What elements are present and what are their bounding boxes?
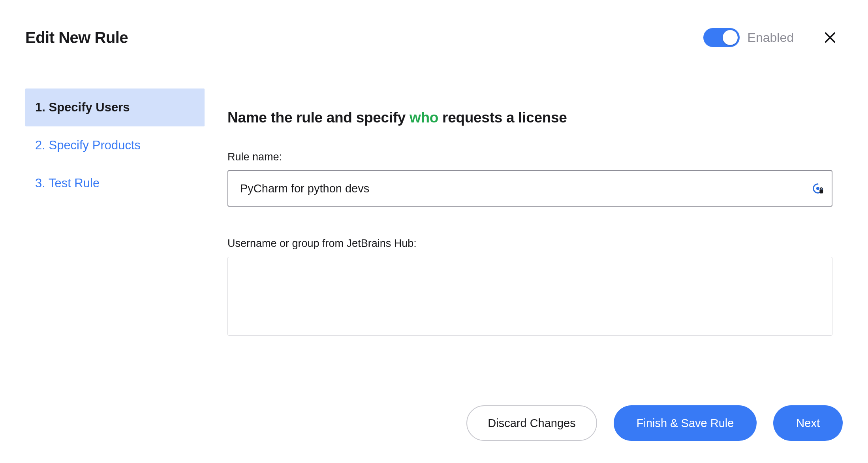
step-test-rule[interactable]: 3. Test Rule (25, 164, 205, 202)
main-content: Name the rule and specify who requests a… (207, 88, 843, 336)
step-label: 1. Specify Users (35, 100, 130, 115)
step-specify-users[interactable]: 1. Specify Users (25, 88, 205, 126)
rule-name-label: Rule name: (227, 151, 843, 163)
page-title: Edit New Rule (25, 29, 128, 47)
header-controls: Enabled (703, 28, 843, 47)
step-label: 3. Test Rule (35, 176, 100, 190)
users-input[interactable] (227, 257, 832, 336)
main-heading: Name the rule and specify who requests a… (227, 108, 843, 127)
enabled-toggle-row: Enabled (703, 28, 794, 47)
finish-save-button[interactable]: Finish & Save Rule (614, 405, 757, 441)
body: 1. Specify Users 2. Specify Products 3. … (25, 88, 843, 336)
heading-prefix: Name the rule and specify (227, 109, 410, 126)
header: Edit New Rule Enabled (25, 24, 843, 51)
close-icon (823, 31, 837, 44)
users-block: Username or group from JetBrains Hub: (227, 237, 843, 336)
step-specify-products[interactable]: 2. Specify Products (25, 126, 205, 164)
next-button[interactable]: Next (773, 405, 843, 441)
toggle-knob (723, 30, 738, 45)
heading-highlight: who (410, 109, 438, 126)
heading-suffix: requests a license (438, 109, 567, 126)
footer-actions: Discard Changes Finish & Save Rule Next (466, 405, 843, 441)
wizard-sidebar: 1. Specify Users 2. Specify Products 3. … (25, 88, 207, 336)
step-label: 2. Specify Products (35, 138, 141, 152)
rule-name-block: Rule name: (227, 151, 843, 207)
edit-rule-dialog: Edit New Rule Enabled 1. Specify Users (0, 0, 868, 463)
close-button[interactable] (821, 28, 840, 47)
discard-changes-button[interactable]: Discard Changes (466, 405, 597, 441)
enabled-toggle-label: Enabled (748, 30, 794, 45)
users-label: Username or group from JetBrains Hub: (227, 237, 843, 250)
enabled-toggle[interactable] (703, 28, 740, 47)
rule-name-input[interactable] (227, 170, 832, 207)
